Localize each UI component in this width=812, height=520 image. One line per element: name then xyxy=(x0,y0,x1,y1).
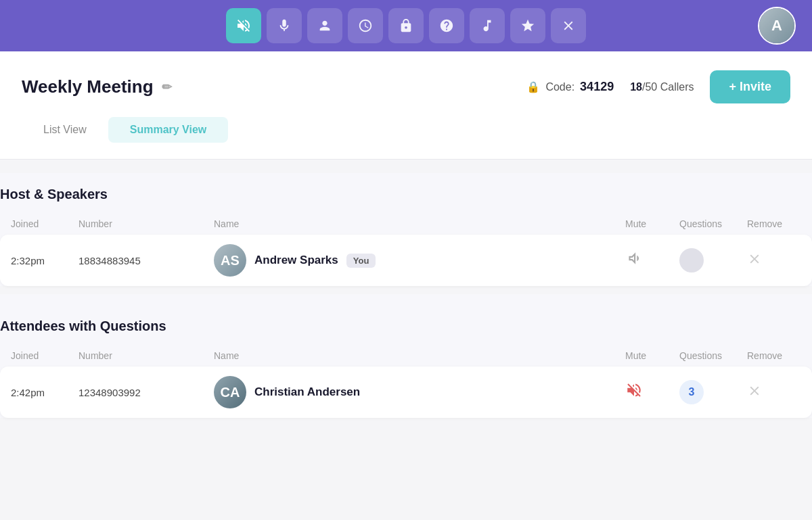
main-content: Weekly Meeting ✏ 🔒 Code: 34129 18/50 Cal… xyxy=(0,51,812,160)
code-value: 34129 xyxy=(580,80,614,94)
lock-button[interactable] xyxy=(388,8,424,43)
code-section: 🔒 Code: 34129 xyxy=(526,80,614,94)
col-mute-att: Mute xyxy=(625,350,679,361)
attendees-table-header: Joined Number Name Mute Questions Remove xyxy=(0,345,812,367)
edit-icon[interactable]: ✏ xyxy=(162,80,172,95)
host-row-0: 2:32pm 18834883945 AS Andrew Sparks You xyxy=(0,235,812,286)
callers-label: Callers xyxy=(660,81,694,93)
col-number-att: Number xyxy=(78,350,214,361)
col-questions-att: Questions xyxy=(679,350,747,361)
section-divider xyxy=(0,159,812,160)
host-section-inner: Host & Speakers Joined Number Name Mute … xyxy=(0,187,812,286)
host-name-cell-0: AS Andrew Sparks You xyxy=(214,244,625,277)
col-questions-host: Questions xyxy=(679,218,747,229)
host-questions-count-0 xyxy=(679,248,704,273)
toolbar-icons xyxy=(226,8,586,43)
header-right: 🔒 Code: 34129 18/50 Callers + Invite xyxy=(526,70,790,103)
att-remove-cell-0 xyxy=(747,383,801,402)
attendees-section-inner: Attendees with Questions Joined Number N… xyxy=(0,318,812,418)
top-bar: A xyxy=(0,0,812,51)
music-button[interactable] xyxy=(470,8,505,43)
host-name-0: Andrew Sparks xyxy=(254,254,338,267)
attendees-section-title: Attendees with Questions xyxy=(0,318,812,334)
user-avatar-top[interactable]: A xyxy=(758,7,796,45)
att-avatar-initials-0: CA xyxy=(214,376,246,408)
att-number-0: 12348903992 xyxy=(78,387,214,398)
avatar-initials: A xyxy=(759,8,794,43)
host-questions-cell-0 xyxy=(679,248,747,273)
code-label: Code: xyxy=(545,81,574,93)
host-avatar-0: AS xyxy=(214,244,246,277)
host-mute-cell-0 xyxy=(625,250,679,271)
host-mute-icon-0[interactable] xyxy=(625,250,643,271)
you-badge-0: You xyxy=(346,254,376,268)
col-remove-att: Remove xyxy=(747,350,801,361)
timer-button[interactable] xyxy=(348,8,383,43)
host-table-header: Joined Number Name Mute Questions Remove xyxy=(0,213,812,235)
callers-section: 18/50 Callers xyxy=(630,81,694,93)
lock-small-icon: 🔒 xyxy=(526,80,540,93)
star-button[interactable] xyxy=(510,8,545,43)
col-joined-att: Joined xyxy=(11,350,78,361)
person-button[interactable] xyxy=(307,8,342,43)
host-speakers-section: Host & Speakers Joined Number Name Mute … xyxy=(0,173,812,286)
host-joined-0: 2:32pm xyxy=(11,255,78,266)
callers-current: 18 xyxy=(630,81,642,93)
col-joined-host: Joined xyxy=(11,218,78,229)
att-name-cell-0: CA Christian Andersen xyxy=(214,376,625,408)
meeting-title-container: Weekly Meeting ✏ xyxy=(22,76,172,97)
mic-button[interactable] xyxy=(267,8,302,43)
att-mute-icon-0[interactable] xyxy=(625,381,643,403)
meeting-title: Weekly Meeting xyxy=(22,76,154,97)
host-section-title: Host & Speakers xyxy=(0,187,812,202)
col-number-host: Number xyxy=(78,218,214,229)
invite-button[interactable]: + Invite xyxy=(710,70,790,103)
col-remove-host: Remove xyxy=(747,218,801,229)
att-questions-cell-0: 3 xyxy=(679,380,747,404)
col-name-host: Name xyxy=(214,218,625,229)
att-questions-count-0: 3 xyxy=(679,380,704,404)
list-view-tab[interactable]: List View xyxy=(22,117,108,143)
att-name-0: Christian Andersen xyxy=(254,385,360,399)
col-mute-host: Mute xyxy=(625,218,679,229)
view-tabs: List View Summary View xyxy=(22,117,790,143)
host-number-0: 18834883945 xyxy=(78,255,214,266)
callers-max: 50 xyxy=(645,81,657,93)
header-row: Weekly Meeting ✏ 🔒 Code: 34129 18/50 Cal… xyxy=(22,70,790,103)
att-remove-icon-0[interactable] xyxy=(747,383,762,402)
help-button[interactable] xyxy=(429,8,464,43)
host-avatar-initials-0: AS xyxy=(214,244,246,277)
mute-button[interactable] xyxy=(226,8,261,43)
col-name-att: Name xyxy=(214,350,625,361)
attendee-row-0: 2:42pm 12348903992 CA Christian Andersen… xyxy=(0,367,812,418)
att-avatar-0: CA xyxy=(214,376,246,408)
host-remove-cell-0 xyxy=(747,252,801,270)
att-joined-0: 2:42pm xyxy=(11,387,78,398)
close-button[interactable] xyxy=(551,8,586,43)
att-mute-cell-0 xyxy=(625,381,679,403)
host-remove-icon-0[interactable] xyxy=(747,252,762,270)
attendees-section: Attendees with Questions Joined Number N… xyxy=(0,294,812,418)
summary-view-tab[interactable]: Summary View xyxy=(108,117,229,143)
